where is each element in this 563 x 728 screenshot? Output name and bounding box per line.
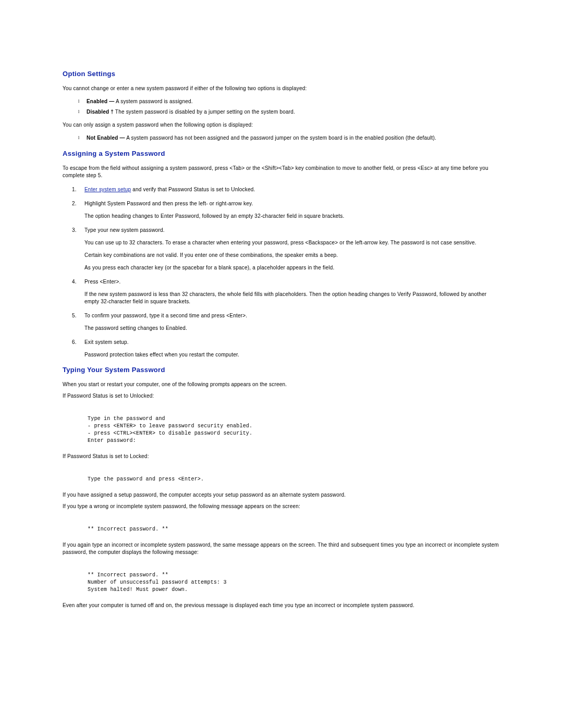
step-6-sub1: Password protection takes effect when yo… xyxy=(84,351,500,359)
heading-assigning: Assigning a System Password xyxy=(63,150,500,157)
text-typing-p3: If Password Status is set to Locked: xyxy=(63,453,500,460)
text-typing-p2: If Password Status is set to Unlocked: xyxy=(63,392,500,400)
step-2-sub1: The option heading changes to Enter Pass… xyxy=(84,213,500,220)
text-assigning-intro: To escape from the field without assigni… xyxy=(63,165,500,179)
step-3-main: Type your new system password. xyxy=(84,227,165,233)
text-option-mid: You can only assign a system password wh… xyxy=(63,121,500,129)
step-2-main: Highlight System Password and then press… xyxy=(84,201,253,206)
code-unlocked-prompt: Type in the password and - press <ENTER>… xyxy=(88,415,500,445)
step-3: Type your new system password. You can u… xyxy=(72,226,500,272)
step-6-main: Exit system setup. xyxy=(84,339,129,345)
text-option-intro: You cannot change or enter a new system … xyxy=(63,85,500,92)
step-5-main: To confirm your password, type it a seco… xyxy=(84,313,247,318)
bullet-notenabled: Not Enabled — A system password has not … xyxy=(78,134,500,142)
code-incorrect-2: ** Incorrect password. ** Number of unsu… xyxy=(88,572,500,594)
step-4-sub1: If the new system password is less than … xyxy=(84,291,500,305)
text-typing-p4: If you have assigned a setup password, t… xyxy=(63,491,500,499)
step-3-sub1: You can use up to 32 characters. To eras… xyxy=(84,239,500,246)
step-3-sub3: As you press each character key (or the … xyxy=(84,264,500,272)
text-typing-p6: If you again type an incorrect or incomp… xyxy=(63,541,500,556)
heading-option-settings: Option Settings xyxy=(63,70,500,78)
document-body: Option Settings You cannot change or ent… xyxy=(0,0,563,728)
text-typing-p5: If you type a wrong or incomplete system… xyxy=(63,503,500,510)
step-2: Highlight System Password and then press… xyxy=(72,200,500,220)
step-1-text: and verify that Password Status is set t… xyxy=(131,187,255,192)
code-incorrect-1: ** Incorrect password. ** xyxy=(88,526,500,533)
bullet-list-options: Enabled — A system password is assigned.… xyxy=(78,97,500,116)
bullet-disabled-rest: The system password is disabled by a jum… xyxy=(114,109,295,115)
bullet-notenabled-rest: A system password has not been assigned … xyxy=(125,135,436,141)
step-5: To confirm your password, type it a seco… xyxy=(72,312,500,332)
step-1: Enter system setup and verify that Passw… xyxy=(72,186,500,193)
steps-list: Enter system setup and verify that Passw… xyxy=(72,186,500,359)
bullet-enabled-bold: Enabled — xyxy=(87,98,114,104)
bullet-notenabled-bold: Not Enabled — xyxy=(87,135,125,141)
link-enter-system-setup[interactable]: Enter system setup xyxy=(84,187,131,192)
code-locked-prompt: Type the password and press <Enter>. xyxy=(88,476,500,483)
bullet-disabled-bold: Disabled † xyxy=(87,109,114,115)
bullet-disabled: Disabled † The system password is disabl… xyxy=(78,108,500,116)
step-4: Press <Enter>. If the new system passwor… xyxy=(72,278,500,305)
text-typing-p1: When you start or restart your computer,… xyxy=(63,381,500,388)
step-3-sub2: Certain key combinations are not valid. … xyxy=(84,252,500,259)
step-4-main: Press <Enter>. xyxy=(84,279,121,285)
bullet-enabled: Enabled — A system password is assigned. xyxy=(78,97,500,106)
bullet-enabled-rest: A system password is assigned. xyxy=(114,98,192,104)
step-6: Exit system setup. Password protection t… xyxy=(72,338,500,359)
bullet-list-notenabled: Not Enabled — A system password has not … xyxy=(78,134,500,142)
text-typing-p7: Even after your computer is turned off a… xyxy=(63,602,500,609)
heading-typing: Typing Your System Password xyxy=(63,366,500,374)
step-5-sub1: The password setting changes to Enabled. xyxy=(84,325,500,332)
